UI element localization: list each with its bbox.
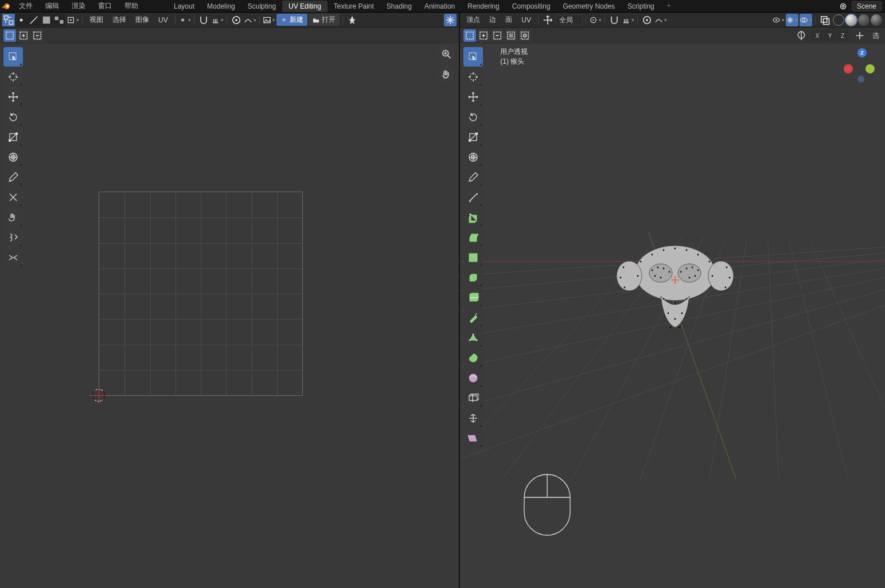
uv-menu-view[interactable]: 视图 <box>85 15 107 25</box>
tool-move[interactable] <box>3 87 23 107</box>
3d-select-intersect-icon[interactable] <box>518 29 531 42</box>
uv-viewport[interactable] <box>0 44 459 588</box>
3d-xray-icon[interactable] <box>818 14 831 26</box>
tool-rotate[interactable] <box>463 107 483 127</box>
uv-2d-cursor-icon[interactable] <box>92 389 105 402</box>
tool-add-cube[interactable] <box>463 208 483 227</box>
workspace-tab-geometry-nodes[interactable]: Geometry Nodes <box>556 1 621 12</box>
uv-pan-icon[interactable] <box>438 67 454 83</box>
tool-measure[interactable] <box>463 188 483 207</box>
tool-rip[interactable] <box>3 188 23 207</box>
tool-select-box[interactable] <box>3 47 23 67</box>
uv-sticky-select-icon[interactable] <box>67 14 79 26</box>
tool-relax[interactable] <box>3 228 23 247</box>
axis-button-z[interactable]: Z <box>837 30 848 41</box>
uv-proportional-falloff-icon[interactable] <box>244 14 256 26</box>
tool-select-box[interactable] <box>463 47 483 67</box>
menu-help[interactable]: 帮助 <box>118 0 145 13</box>
tool-pinch[interactable] <box>3 248 23 267</box>
3d-orientation-select[interactable]: 全局 <box>555 15 583 25</box>
tool-cursor[interactable] <box>463 67 483 87</box>
workspace-tab-animation[interactable]: Animation <box>418 1 461 12</box>
workspace-tab-shading[interactable]: Shading <box>380 1 418 12</box>
3d-proportional-toggle-icon[interactable] <box>641 14 653 26</box>
tool-edge-slide[interactable] <box>463 388 483 408</box>
uv-new-image-button[interactable]: ＋新建 <box>276 14 307 26</box>
tool-scale[interactable] <box>3 127 23 147</box>
menu-window[interactable]: 窗口 <box>92 0 118 13</box>
tool-smooth[interactable] <box>463 368 483 388</box>
shading-wireframe-icon[interactable] <box>833 14 844 26</box>
tool-loop-cut[interactable] <box>463 288 483 307</box>
uv-select-extend-1-icon[interactable] <box>3 29 16 42</box>
3d-visibility-icon[interactable] <box>772 14 785 26</box>
workspace-tab-modeling[interactable]: Modeling <box>201 1 241 12</box>
tool-transform[interactable] <box>3 147 23 167</box>
workspace-tab-uv-editing[interactable]: UV Editing <box>282 1 328 12</box>
3d-proportional-falloff-icon[interactable] <box>654 14 667 26</box>
workspace-tab-texture-paint[interactable]: Texture Paint <box>328 1 380 12</box>
tool-knife[interactable] <box>463 308 483 328</box>
blender-logo-icon[interactable] <box>0 0 13 13</box>
tool-scale[interactable] <box>463 127 483 147</box>
tool-transform[interactable] <box>463 147 483 167</box>
tool-bevel[interactable] <box>463 268 483 287</box>
menu-edit[interactable]: 编辑 <box>39 0 65 13</box>
uv-menu-select[interactable]: 选择 <box>108 15 130 25</box>
3d-snap-toggle-icon[interactable] <box>608 14 621 26</box>
scene-name-field[interactable]: Scene <box>852 1 882 11</box>
menu-render[interactable]: 渲染 <box>65 0 92 13</box>
3d-menu-edge[interactable]: 边 <box>485 15 500 25</box>
tool-rotate[interactable] <box>3 107 23 127</box>
3d-select-subtract-icon[interactable] <box>491 29 504 42</box>
workspace-tab-rendering[interactable]: Rendering <box>461 1 505 12</box>
3d-snap-mode-icon[interactable] <box>622 14 634 26</box>
uv-pivot-icon[interactable] <box>178 14 191 26</box>
navigation-gizmo[interactable]: Z <box>844 48 880 85</box>
uv-menu-image[interactable]: 图像 <box>131 15 153 25</box>
tool-shrink-fatten[interactable] <box>463 408 483 428</box>
tool-annotate[interactable] <box>3 168 23 187</box>
3d-viewport[interactable]: 用户透视 (1) 猴头 Z <box>460 44 885 588</box>
workspace-tab-layout[interactable]: Layout <box>167 1 201 12</box>
3d-select-invert-icon[interactable] <box>505 29 517 42</box>
tool-grab[interactable] <box>3 208 23 227</box>
3d-select-set-icon[interactable] <box>463 29 476 42</box>
3d-overlay-icon[interactable] <box>800 14 812 26</box>
uv-gizmo-toggle-icon[interactable] <box>444 14 457 26</box>
workspace-add-button[interactable]: ＋ <box>661 1 677 12</box>
uv-snap-mode-icon[interactable] <box>211 14 224 26</box>
uv-edge-mode-icon[interactable] <box>28 14 40 26</box>
workspace-tab-compositing[interactable]: Compositing <box>506 1 557 12</box>
uv-select-extend-2-icon[interactable] <box>17 29 30 42</box>
axis-button-y[interactable]: Y <box>824 30 836 41</box>
uv-pin-icon[interactable] <box>346 14 358 26</box>
shading-rendered-icon[interactable] <box>871 14 882 26</box>
uv-menu-uv[interactable]: UV <box>154 16 172 24</box>
3d-gizmo-icon[interactable] <box>786 14 798 26</box>
tool-spin[interactable] <box>463 348 483 368</box>
3d-menu-vertex[interactable]: 顶点 <box>462 15 484 25</box>
3d-pivot-icon[interactable] <box>589 14 602 26</box>
3d-select-extend-icon[interactable] <box>477 29 490 42</box>
tool-extrude-region[interactable] <box>463 228 483 247</box>
workspace-tab-scripting[interactable]: Scripting <box>621 1 661 12</box>
tool-annotate[interactable] <box>463 168 483 187</box>
uv-vertex-mode-icon[interactable] <box>15 14 28 26</box>
menu-file[interactable]: 文件 <box>13 0 39 13</box>
tool-inset[interactable] <box>463 248 483 267</box>
3d-menu-uv[interactable]: UV <box>517 16 535 24</box>
uv-proportional-toggle-icon[interactable] <box>230 14 243 26</box>
uv-island-mode-icon[interactable] <box>53 14 65 26</box>
tool-shear[interactable] <box>463 429 483 448</box>
uv-image-dropdown-icon[interactable] <box>263 14 275 26</box>
auto-merge-icon[interactable] <box>854 30 868 41</box>
uv-sync-selection-icon[interactable] <box>2 14 15 26</box>
uv-open-image-button[interactable]: 打开 <box>309 14 340 26</box>
uv-face-mode-icon[interactable] <box>40 14 53 26</box>
uv-select-extend-3-icon[interactable] <box>31 29 44 42</box>
tool-move[interactable] <box>463 87 483 107</box>
3d-menu-face[interactable]: 面 <box>501 15 516 25</box>
mirror-icon[interactable] <box>796 30 807 41</box>
scene-browse-icon[interactable] <box>838 1 848 11</box>
